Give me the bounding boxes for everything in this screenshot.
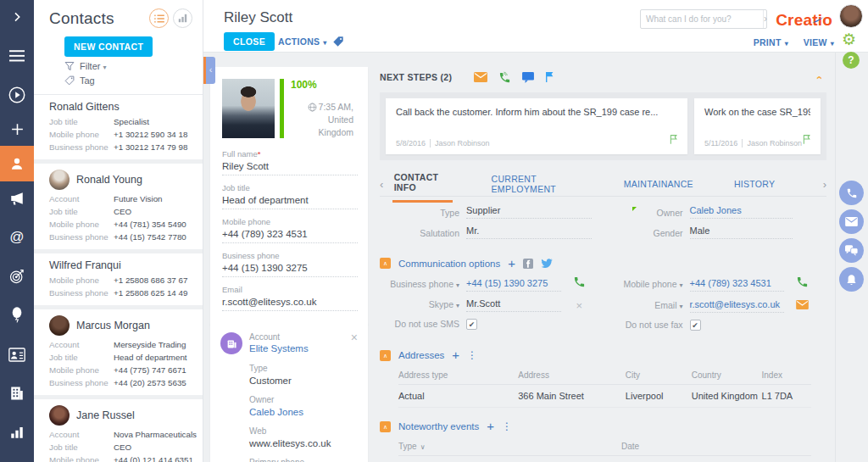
contact-list-item[interactable]: Jane Russel AccountNova Pharmaceuticals … <box>34 399 203 462</box>
field-label[interactable]: Skype <box>380 298 466 312</box>
next-step-card[interactable]: Work on the case SR_199 5/11/2016Jason R… <box>694 98 821 154</box>
collapse-section-icon[interactable]: ∧ <box>380 421 391 432</box>
tabs-scroll-left-icon[interactable]: ‹ <box>380 178 392 191</box>
new-activity-flag-icon[interactable] <box>545 71 555 83</box>
email-panel-button[interactable] <box>839 209 864 234</box>
do-not-use-fax-checkbox[interactable] <box>690 320 701 331</box>
contact-list-item[interactable]: Marcus Morgan AccountMerseyside Trading … <box>34 309 203 395</box>
contact-list-item[interactable]: Wilfred Franqui Mobile phone+1 25808 686… <box>34 253 203 305</box>
add-event-icon[interactable]: + <box>487 421 494 431</box>
field-label[interactable]: Mobile phone <box>604 278 690 292</box>
call-icon[interactable] <box>796 276 815 292</box>
contact-photo[interactable] <box>222 79 275 138</box>
flag-icon[interactable] <box>669 133 679 148</box>
help-icon[interactable]: ? <box>843 52 860 69</box>
column-header[interactable]: Country <box>692 368 762 385</box>
twitter-icon[interactable] <box>541 259 553 268</box>
contacts-section-icon[interactable] <box>0 146 34 181</box>
tab-maintainance[interactable]: MAINTAINANCE <box>622 173 695 197</box>
jobtitle-field[interactable]: Head of department <box>222 192 358 209</box>
accounts-icon[interactable] <box>0 337 34 371</box>
column-header[interactable]: Date <box>621 439 811 456</box>
account-name-link[interactable]: Elite Systems <box>249 343 351 353</box>
column-header[interactable]: Type∨ <box>398 439 621 456</box>
addresses-title[interactable]: Addresses <box>398 350 444 360</box>
email-section-icon[interactable]: @ <box>0 220 34 254</box>
field-label[interactable]: Email <box>604 299 690 313</box>
skype-field[interactable]: Mr.Scott <box>466 298 561 312</box>
owner-link[interactable]: Caleb Jones <box>249 404 358 417</box>
tab-current-employment[interactable]: CURRENT EMPLOYMENT <box>490 168 585 202</box>
clear-icon[interactable]: × <box>573 299 592 312</box>
call-icon[interactable] <box>573 276 592 292</box>
close-button[interactable]: CLOSE <box>224 32 275 51</box>
gender-field[interactable]: Male <box>690 225 793 239</box>
notifications-bell-button[interactable] <box>839 267 864 292</box>
mobile-phone-link[interactable]: +44 (789) 323 4531 <box>690 277 785 292</box>
add-communication-icon[interactable]: + <box>508 259 515 269</box>
communication-options-title[interactable]: Communication options <box>398 259 500 269</box>
flag-icon[interactable] <box>802 133 812 148</box>
events-icon[interactable] <box>0 298 34 332</box>
tab-history[interactable]: HISTORY <box>732 173 776 197</box>
column-header[interactable]: Address type <box>398 368 518 385</box>
organization-icon[interactable] <box>0 376 34 410</box>
column-header[interactable]: Index <box>762 368 811 385</box>
next-step-card[interactable]: Call back the customer. Inform him about… <box>386 98 687 154</box>
tabs-scroll-right-icon[interactable]: › <box>814 178 826 191</box>
chat-panel-button[interactable] <box>839 238 864 263</box>
print-menu[interactable]: PRINT <box>754 37 788 47</box>
user-avatar[interactable] <box>839 4 863 28</box>
analytics-view-toggle[interactable] <box>173 8 192 28</box>
field-label[interactable]: Business phone <box>380 278 466 292</box>
events-menu-icon[interactable]: ⋮ <box>502 420 512 432</box>
actions-menu[interactable]: ACTIONS <box>278 36 327 47</box>
contact-list-item[interactable]: Ronald Young AccountFuture Vision Job ti… <box>34 164 203 249</box>
fullname-field[interactable]: Riley Scott <box>222 159 358 175</box>
collapse-panel-handle[interactable]: ‹ <box>203 57 215 84</box>
collapse-section-icon[interactable]: ∧ <box>380 258 391 269</box>
add-icon[interactable] <box>0 112 34 146</box>
tag-icon[interactable] <box>332 36 344 51</box>
owner-field[interactable]: Caleb Jones <box>690 204 793 219</box>
filter-control[interactable]: Filter <box>49 57 192 71</box>
goals-icon[interactable] <box>0 259 34 293</box>
contact-list-item[interactable]: Ronald Gittens Job titleSpecialist Mobil… <box>34 95 203 159</box>
add-address-icon[interactable]: + <box>452 350 459 360</box>
menu-icon[interactable] <box>0 39 34 73</box>
event-row[interactable]: Birthday 8/8/1972 <box>398 456 811 462</box>
do-not-use-sms-checkbox[interactable] <box>466 319 477 330</box>
businessphone-field[interactable]: +44 (15) 1390 3275 <box>222 260 358 277</box>
business-phone-link[interactable]: +44 (15) 1390 3275 <box>466 277 561 292</box>
view-menu[interactable]: VIEW <box>804 37 834 47</box>
dashboards-icon[interactable] <box>0 415 34 449</box>
mobilephone-field[interactable]: +44 (789) 323 4531 <box>222 226 358 243</box>
email-field[interactable]: r.scott@elitesys.co.uk <box>222 294 358 311</box>
process-icon[interactable] <box>0 78 34 112</box>
addresses-menu-icon[interactable]: ⋮ <box>467 349 477 361</box>
collapse-section-icon[interactable]: ∧ <box>380 350 391 361</box>
send-email-icon[interactable] <box>796 298 815 313</box>
new-task-icon[interactable] <box>522 72 534 83</box>
search-go-icon[interactable]: › <box>763 10 767 28</box>
search-input[interactable] <box>641 14 763 24</box>
close-icon[interactable]: × <box>351 332 358 354</box>
tag-control[interactable]: Tag <box>49 71 192 86</box>
collapse-next-steps-icon[interactable]: › <box>811 75 824 79</box>
settings-gear-icon[interactable]: ⚙ <box>842 31 856 49</box>
email-link[interactable]: r.scott@elitesys.co.uk <box>690 298 785 313</box>
tab-contact-info[interactable]: CONTACT INFO <box>392 166 453 203</box>
salutation-field[interactable]: Mr. <box>466 225 592 239</box>
list-view-toggle[interactable] <box>149 8 169 28</box>
feed-icon[interactable] <box>0 181 34 215</box>
type-field[interactable]: Supplier <box>466 204 592 219</box>
expand-sidebar-icon[interactable] <box>0 0 34 34</box>
new-call-icon[interactable] <box>498 71 511 84</box>
calls-panel-button[interactable] <box>839 181 864 205</box>
new-email-icon[interactable] <box>474 72 487 82</box>
column-header[interactable]: Address <box>518 368 626 385</box>
address-row[interactable]: Actual 366 Main Street Liverpool United … <box>398 385 811 408</box>
new-contact-button[interactable]: NEW CONTACT <box>64 36 153 57</box>
noteworthy-events-title[interactable]: Noteworthy events <box>398 421 479 431</box>
facebook-icon[interactable] <box>523 259 533 269</box>
